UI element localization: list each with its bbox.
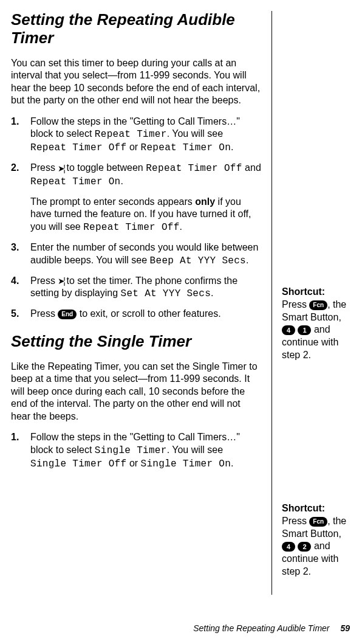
step-number: 1. [11, 116, 19, 128]
shortcut-block-1: Shortcut: Press Fcn, the Smart Button, 4… [282, 286, 350, 362]
step-text: . [231, 142, 233, 152]
step-number: 2. [11, 162, 19, 175]
step-text: to toggle between [64, 162, 146, 173]
scroll-icon: ➤¦ [58, 163, 64, 174]
key-4-icon: 4 [282, 325, 295, 335]
footer-text: Setting the Repeating Audible Timer [193, 623, 329, 633]
shortcut-text: Press [282, 299, 309, 310]
intro-repeating: You can set this timer to beep during yo… [11, 57, 262, 107]
step-1: 1. Follow the steps in the "Getting to C… [30, 116, 262, 154]
fcn-key-icon: Fcn [309, 300, 327, 310]
fcn-key-icon: Fcn [309, 517, 327, 527]
lcd-text: Beep At YYY Secs [150, 255, 246, 266]
lcd-text: Repeat Timer [95, 129, 167, 140]
step-text: . [121, 176, 123, 186]
step-text: and [242, 162, 261, 173]
page-number: 59 [340, 623, 350, 633]
shortcut-text: Press [282, 516, 309, 526]
step-4: 4. Press ➤¦ to set the timer. The phone … [30, 275, 262, 301]
step-2: 2. Press ➤¦ to toggle between Repeat Tim… [30, 162, 262, 234]
steps-repeating: 1. Follow the steps in the "Getting to C… [11, 116, 262, 320]
steps-single: 1. Follow the steps in the "Getting to C… [11, 431, 262, 470]
step-text: . [180, 221, 182, 232]
step-sub-paragraph: The prompt to enter seconds appears only… [30, 196, 262, 234]
step-text: Press [30, 162, 58, 173]
step-text: . You will see [167, 128, 224, 139]
shortcut-block-2: Shortcut: Press Fcn, the Smart Button, 4… [282, 502, 350, 578]
step-5: 5. Press End to exit, or scroll to other… [30, 308, 262, 320]
lcd-text: Repeat Timer Off [146, 163, 242, 174]
step-number: 1. [11, 431, 19, 444]
step-text: . [246, 255, 248, 265]
step-3: 3. Enter the number of seconds you would… [30, 241, 262, 268]
lcd-text: Single Timer [95, 445, 167, 456]
step-text: or [126, 142, 140, 152]
step-number: 4. [11, 275, 19, 288]
step-text: . You will see [167, 445, 224, 455]
lcd-text: Single Timer Off [30, 459, 126, 469]
section-title-single: Setting the Single Timer [11, 333, 262, 351]
step-1: 1. Follow the steps in the "Getting to C… [30, 431, 262, 470]
section-title-repeating: Setting the Repeating Audible Timer [11, 11, 262, 47]
step-text: Press [30, 308, 58, 319]
step-number: 3. [11, 241, 19, 254]
step-text: . [231, 458, 233, 468]
lcd-text: Set At YYY Secs [121, 288, 211, 299]
page-container: Setting the Repeating Audible Timer You … [11, 11, 350, 595]
end-key-icon: End [58, 310, 77, 319]
key-2-icon: 2 [298, 542, 311, 552]
shortcut-label: Shortcut: [282, 286, 325, 297]
step-text: . [211, 288, 213, 298]
lcd-text: Repeat Timer Off [83, 222, 179, 233]
step-text: to exit, or scroll to other features. [77, 308, 220, 319]
step-text: or [126, 458, 140, 468]
page-footer: Setting the Repeating Audible Timer 59 [193, 623, 350, 633]
bold-text: only [195, 196, 215, 207]
lcd-text: Single Timer On [141, 459, 231, 469]
shortcut-label: Shortcut: [282, 503, 325, 513]
lcd-text: Repeat Timer Off [30, 142, 126, 153]
step-number: 5. [11, 308, 19, 320]
step-text: Press [30, 275, 58, 286]
key-1-icon: 1 [298, 325, 311, 335]
key-4-icon: 4 [282, 542, 295, 552]
main-column: Setting the Repeating Audible Timer You … [11, 11, 262, 595]
intro-single: Like the Repeating Timer, you can set th… [11, 361, 262, 423]
side-column: Shortcut: Press Fcn, the Smart Button, 4… [282, 11, 350, 595]
step-text: The prompt to enter seconds appears [30, 196, 195, 207]
lcd-text: Repeat Timer On [30, 176, 121, 187]
vertical-divider [272, 11, 272, 595]
scroll-icon: ➤¦ [58, 275, 64, 286]
lcd-text: Repeat Timer On [141, 142, 231, 153]
